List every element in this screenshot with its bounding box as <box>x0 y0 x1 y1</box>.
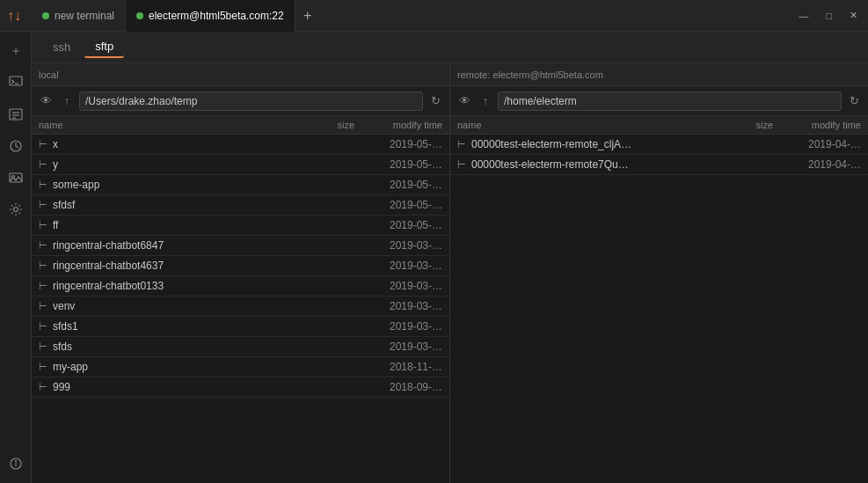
remote-eye-icon[interactable]: 👁 <box>456 94 473 107</box>
local-file-row[interactable]: ⊢ sfds1 2019-03-… <box>32 317 449 337</box>
sidebar-info-icon[interactable] <box>4 451 28 476</box>
main-content: ssh sftp local 👁 ↑ ↻ name size modif <box>32 32 868 483</box>
remote-col-mtime: modify time <box>773 120 861 130</box>
local-file-name: ⊢ sfdsf <box>39 199 284 211</box>
remote-file-name: ⊢ 00000test-electerm-remote7Qu… <box>457 158 703 171</box>
svg-point-12 <box>15 461 16 462</box>
local-file-mtime: 2019-03-… <box>354 260 442 272</box>
local-up-icon[interactable]: ↑ <box>58 94 76 107</box>
local-file-row[interactable]: ⊢ x 2019-05-… <box>32 135 449 155</box>
local-file-name: ⊢ 999 <box>39 381 284 393</box>
local-file-row[interactable]: ⊢ y 2019-05-… <box>32 155 449 175</box>
folder-icon: ⊢ <box>39 179 47 191</box>
tab-ssh[interactable]: ssh <box>42 37 81 57</box>
remote-col-name: name <box>457 120 703 130</box>
app-logo: ↑↓ <box>7 8 21 24</box>
local-file-name: ⊢ x <box>39 138 284 150</box>
tab-dot-sftp <box>136 12 143 19</box>
local-file-mtime: 2019-03-… <box>354 280 442 292</box>
remote-file-name: ⊢ 00000test-electerm-remote_cljA… <box>457 138 703 150</box>
local-file-row[interactable]: ⊢ venv 2019-03-… <box>32 296 449 317</box>
local-file-row[interactable]: ⊢ ringcentral-chatbot6847 2019-03-… <box>32 236 449 256</box>
tab-sftp[interactable]: electerm@html5beta.com:22 <box>126 0 295 32</box>
local-file-mtime: 2019-03-… <box>354 239 442 252</box>
local-file-row[interactable]: ⊢ sfds 2019-03-… <box>32 337 449 357</box>
local-pane-header: local <box>32 63 449 86</box>
local-file-mtime: 2019-05-… <box>354 199 442 211</box>
sidebar-history-icon[interactable] <box>4 134 28 158</box>
local-file-name: ⊢ ringcentral-chatbot4637 <box>39 260 284 272</box>
local-refresh-icon[interactable]: ↻ <box>427 94 444 107</box>
sidebar-terminal-icon[interactable] <box>4 70 28 95</box>
tab-sftp[interactable]: sftp <box>84 36 124 58</box>
add-tab-button[interactable]: + <box>295 4 320 28</box>
local-file-table: ⊢ x 2019-05-… ⊢ y 2019-05-… ⊢ some-app 2… <box>32 135 449 483</box>
remote-up-icon[interactable]: ↑ <box>477 94 494 107</box>
local-pane: local 👁 ↑ ↻ name size modify time ⊢ x 20… <box>32 63 450 483</box>
local-path-input[interactable] <box>79 91 423 111</box>
folder-icon: ⊢ <box>39 240 47 252</box>
local-file-name: ⊢ ringcentral-chatbot6847 <box>39 239 284 252</box>
local-file-row[interactable]: ⊢ 999 2018-09-… <box>32 377 449 398</box>
maximize-button[interactable]: □ <box>822 9 835 23</box>
remote-pane-header: remote: electerm@html5beta.com <box>450 63 868 86</box>
sidebar-image-icon[interactable] <box>4 165 28 190</box>
folder-icon: ⊢ <box>39 341 47 353</box>
local-file-mtime: 2019-03-… <box>354 320 442 333</box>
local-file-row[interactable]: ⊢ sfdsf 2019-05-… <box>32 195 449 216</box>
remote-col-headers: name size modify time <box>450 116 868 135</box>
local-file-mtime: 2019-05-… <box>354 158 442 171</box>
remote-file-row[interactable]: ⊢ 00000test-electerm-remote_cljA… 2019-0… <box>450 135 868 155</box>
local-file-mtime: 2019-05-… <box>354 179 442 191</box>
remote-file-mtime: 2019-04-… <box>773 138 861 150</box>
local-file-row[interactable]: ⊢ some-app 2019-05-… <box>32 175 449 195</box>
local-eye-icon[interactable]: 👁 <box>37 94 55 107</box>
local-file-name: ⊢ some-app <box>39 179 284 191</box>
local-label: local <box>39 70 59 80</box>
local-file-mtime: 2019-03-… <box>354 340 442 353</box>
local-file-mtime: 2019-03-… <box>354 300 442 312</box>
local-file-name: ⊢ venv <box>39 300 284 312</box>
local-file-name: ⊢ ringcentral-chatbot0133 <box>39 280 284 292</box>
remote-path-input[interactable] <box>498 91 842 111</box>
local-file-row[interactable]: ⊢ ringcentral-chatbot0133 2019-03-… <box>32 276 449 296</box>
folder-icon: ⊢ <box>457 159 466 171</box>
remote-refresh-icon[interactable]: ↻ <box>845 94 863 107</box>
local-file-name: ⊢ sfds <box>39 340 284 353</box>
folder-icon: ⊢ <box>39 301 47 312</box>
sidebar-add-icon[interactable]: ＋ <box>4 39 28 63</box>
remote-file-mtime: 2019-04-… <box>773 158 861 171</box>
minimize-button[interactable]: — <box>795 9 812 23</box>
titlebar: ↑↓ new terminal electerm@html5beta.com:2… <box>0 0 868 32</box>
local-col-mtime: modify time <box>354 120 442 130</box>
local-file-name: ⊢ y <box>39 158 284 171</box>
sftp-panel: local 👁 ↑ ↻ name size modify time ⊢ x 20… <box>32 63 868 483</box>
nav-tabs: ssh sftp <box>32 32 868 63</box>
folder-icon: ⊢ <box>457 139 466 150</box>
local-file-mtime: 2018-11-… <box>354 361 442 373</box>
remote-pane: remote: electerm@html5beta.com 👁 ↑ ↻ nam… <box>450 63 868 483</box>
tab-dot-new-terminal <box>42 12 49 19</box>
close-button[interactable]: ✕ <box>846 8 861 23</box>
local-file-name: ⊢ my-app <box>39 361 284 373</box>
folder-icon: ⊢ <box>39 220 47 231</box>
tab-label-sftp: electerm@html5beta.com:22 <box>149 10 284 22</box>
local-file-mtime: 2018-09-… <box>354 381 442 393</box>
tab-new-terminal[interactable]: new terminal <box>32 0 126 32</box>
sidebar-settings-icon[interactable] <box>4 197 28 222</box>
remote-col-size: size <box>703 120 773 130</box>
local-file-row[interactable]: ⊢ ff 2019-05-… <box>32 216 449 236</box>
local-file-mtime: 2019-05-… <box>354 138 442 150</box>
local-col-size: size <box>284 120 354 130</box>
local-col-headers: name size modify time <box>32 116 449 135</box>
app-container: ＋ <box>0 32 868 483</box>
folder-icon: ⊢ <box>39 260 47 272</box>
svg-point-9 <box>13 208 18 212</box>
local-file-row[interactable]: ⊢ my-app 2018-11-… <box>32 357 449 377</box>
sidebar-files-icon[interactable] <box>4 102 28 127</box>
folder-icon: ⊢ <box>39 281 47 292</box>
folder-icon: ⊢ <box>39 321 47 333</box>
remote-file-table: ⊢ 00000test-electerm-remote_cljA… 2019-0… <box>450 135 868 483</box>
remote-file-row[interactable]: ⊢ 00000test-electerm-remote7Qu… 2019-04-… <box>450 155 868 175</box>
local-file-row[interactable]: ⊢ ringcentral-chatbot4637 2019-03-… <box>32 256 449 276</box>
